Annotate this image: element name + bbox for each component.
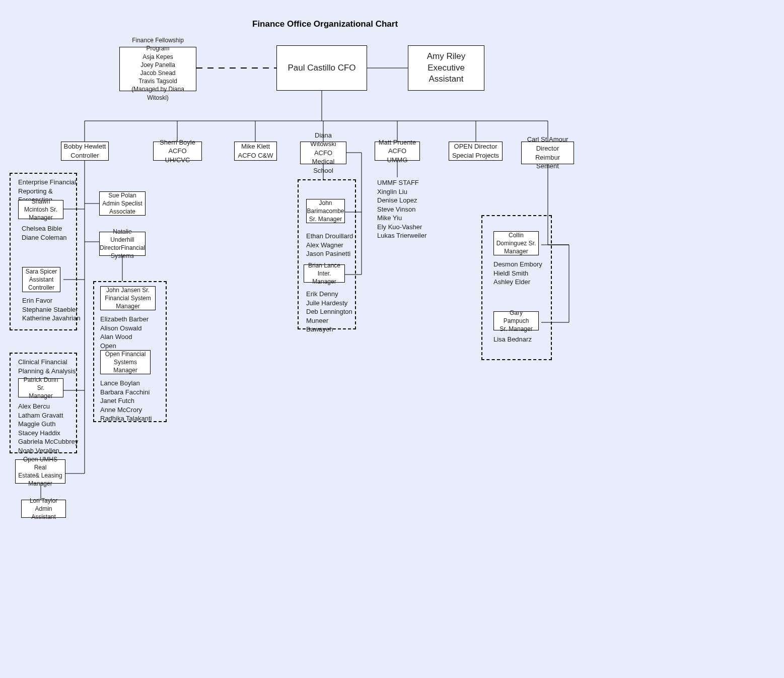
open-fs-staff: Lance BoylanBarbara FacchiniJanet FutchA… (100, 379, 152, 423)
open-director-box: OPEN DirectorSpecial Projects (449, 142, 503, 161)
cd-staff: Desmon EmboryHieldl SmithAshley Elder (493, 260, 542, 287)
med-sr-mgr-box: JohnBarimacombeSr. Manager (306, 199, 345, 223)
admin-spec-box: Sue PolanAdmin SpeclistAssociate (99, 191, 146, 216)
sr-fs-staff: Elizabeth BarberAlison OswaldAlan WoodOp… (100, 315, 149, 350)
acfo-cw-box: Mike KlettACFO C&W (234, 142, 277, 161)
gp-staff: Lisa Bednarz (493, 335, 532, 344)
med-int-mgr-box: Brian LanceInter. Manager (304, 264, 345, 283)
asst-controller-staff: Erin FavorStephanie StaeblerKatherine Ja… (22, 296, 81, 323)
cfpa-title: Clinical Financial Planning & Analysis (18, 358, 76, 375)
controller-box: Bobby HewlettController (61, 142, 109, 161)
re-leasing-mgr-box: Open UMHS RealEstate& LeasingManager (15, 459, 65, 484)
cfpa-mgr-box: Patrick Dunn Sr.Manager (18, 378, 63, 397)
gp-sr-mgr-box: Gary PampuchSr. Manager (493, 311, 539, 330)
fellowship-box: Finance Fellowship Program Asja Kepes Jo… (119, 47, 196, 91)
acfo-ummg-box: Matt PruenteACFO UMMG (375, 142, 420, 161)
open-fs-mgr-box: Open FinancialSystemsManager (100, 350, 151, 374)
acfo-uh-box: Sherri BoyleACFO UH/CVC (153, 142, 202, 161)
sr-fs-mgr-box: John Jansen Sr.Financial SystemManager (100, 286, 156, 310)
med-int-staff: Erik DennyJuile HardestyDeb LenningtonMu… (306, 290, 352, 334)
director-reimb-box: Carl St.AmourDirectorReimbur Sement (521, 142, 574, 164)
cd-sr-mgr-box: CollinDominguez Sr.Manager (493, 231, 539, 255)
admin-asst-box: Lori TaylorAdmin Assistant (21, 500, 66, 518)
dir-fin-sys-box: Natalie UnderhillDirectorFinancialSystem… (99, 232, 146, 256)
asst-controller-box: Sara SpicerAssistantController (22, 267, 60, 292)
ummf-staff: UMMF STAFFXinglin LiuDenise LopezSteve V… (377, 178, 426, 240)
efrf-staff: Chelsea BibleDiane Coleman (22, 224, 67, 242)
med-sr-staff: Ethan DrouillardAlex WagnerJason Pasinet… (306, 232, 353, 258)
org-chart-canvas: Finance Office Organizational Chart (0, 0, 784, 678)
chart-title: Finance Office Organizational Chart (252, 19, 398, 29)
cfpa-staff: Alex BercuLatham GravattMaggie GuthStace… (18, 402, 78, 455)
efrf-mgr-box: Shawn Mcintosh Sr.Manager (18, 200, 63, 219)
cfo-box: Paul Castillo CFO (276, 45, 367, 91)
acfo-med-box: Diana WitowskiACFO MedicalSchool (300, 142, 346, 164)
fellowship-title: Finance Fellowship Program (122, 36, 194, 52)
exec-assistant-box: Amy Riley Executive Assistant (408, 45, 484, 91)
